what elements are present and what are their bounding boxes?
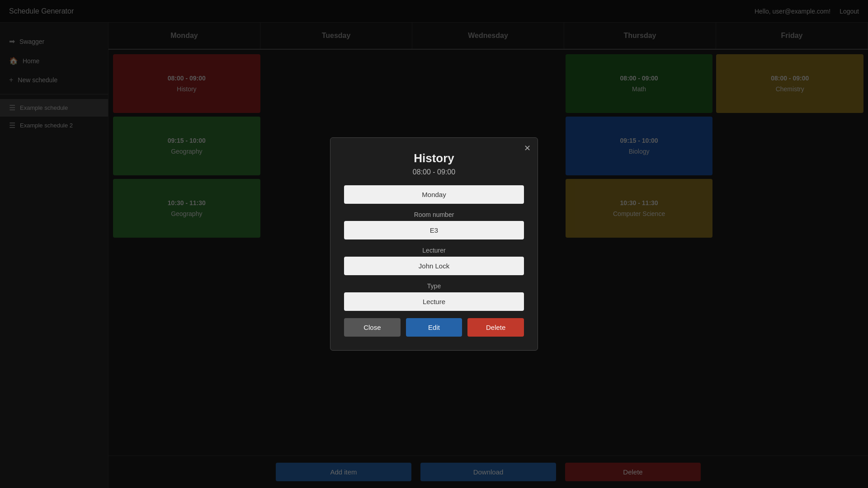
modal-type-field: Lecture [344, 292, 524, 311]
modal-lecturer-field: John Lock [344, 257, 524, 275]
modal-type-label: Type [344, 282, 524, 290]
modal-lecturer-label: Lecturer [344, 247, 524, 254]
modal-close-x-button[interactable]: ✕ [524, 143, 531, 153]
modal-room-field: E3 [344, 221, 524, 239]
modal-dialog: ✕ History 08:00 - 09:00 Monday Room numb… [330, 137, 538, 351]
modal-overlay[interactable]: ✕ History 08:00 - 09:00 Monday Room numb… [0, 0, 868, 488]
modal-day-field: Monday [344, 185, 524, 204]
modal-room-label: Room number [344, 211, 524, 218]
modal-title: History [344, 151, 524, 165]
modal-delete-button[interactable]: Delete [467, 318, 524, 337]
modal-actions: Close Edit Delete [344, 318, 524, 337]
modal-time: 08:00 - 09:00 [344, 168, 524, 176]
modal-edit-button[interactable]: Edit [406, 318, 462, 337]
modal-close-button[interactable]: Close [344, 318, 401, 337]
